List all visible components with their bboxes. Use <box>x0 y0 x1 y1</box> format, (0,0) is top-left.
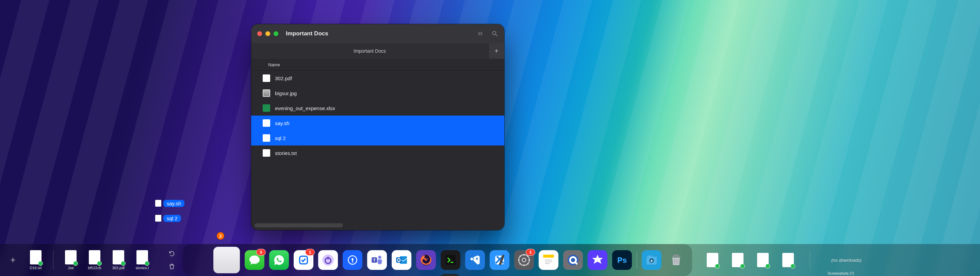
file-list: 302.pdfbigsur.jpgevening_out_expense.xls… <box>251 71 504 160</box>
plain-file-icon <box>263 134 270 142</box>
plain-file-icon <box>263 149 270 157</box>
dock-app-imovie[interactable] <box>588 250 608 270</box>
shelf-item-label: bf522cb <box>88 266 101 270</box>
column-header[interactable]: Name <box>251 59 504 71</box>
finder-window: Important Docs Important Docs + Name 302… <box>251 24 504 230</box>
titlebar[interactable]: Important Docs <box>251 24 504 43</box>
badge: 1 <box>305 249 315 255</box>
badge: 5 <box>256 249 266 255</box>
dock-app-teams[interactable]: T <box>367 250 387 270</box>
dock-folder-downloads[interactable] <box>642 250 662 270</box>
divider <box>810 251 810 270</box>
svg-point-21 <box>519 255 530 265</box>
shelf-item-label: Joe <box>68 266 74 270</box>
plain-file-icon <box>155 215 161 222</box>
screenshot-thumb <box>757 253 769 267</box>
window-title: Important Docs <box>286 30 328 37</box>
plain-file-icon <box>155 200 161 207</box>
zoom-button[interactable] <box>274 31 278 36</box>
file-name: 302.pdf <box>275 75 292 81</box>
dock-app-vscode[interactable] <box>465 250 485 270</box>
file-row[interactable]: stories.txt <box>251 146 504 160</box>
xls-file-icon <box>263 104 270 112</box>
stack-screenshot[interactable] <box>778 253 798 267</box>
dock-app-whatsapp[interactable] <box>269 250 289 270</box>
shelf-item[interactable]: stories.t <box>130 250 154 270</box>
stack-screenshot[interactable] <box>702 253 723 267</box>
bottom-panel: D16.txt Joe bf522cb 302.pdf stories.t 51… <box>0 244 980 276</box>
new-tab-button[interactable]: + <box>488 43 504 59</box>
shelf-item-label: 302.pdf <box>112 266 125 270</box>
svg-point-0 <box>492 31 496 35</box>
stack-screenshot[interactable] <box>727 253 748 267</box>
screenshot-thumb <box>707 253 718 267</box>
tab-important-docs[interactable]: Important Docs <box>251 43 488 59</box>
pdf-file-icon <box>263 75 270 82</box>
shelf-item-label: stories.t <box>136 266 149 270</box>
dock-app-iterm[interactable] <box>441 250 460 270</box>
svg-point-12 <box>378 255 382 259</box>
dock-app-outlook[interactable] <box>392 250 411 270</box>
undo-icon[interactable] <box>169 250 175 257</box>
stacks-area: (no downloads) <box>702 251 871 270</box>
dock-app-things[interactable]: 1 <box>294 250 313 270</box>
screenshot-thumb <box>782 253 794 267</box>
screenshot-thumb <box>732 253 743 267</box>
dock-app-settings[interactable]: 1 <box>514 250 534 270</box>
file-name: bigsur.jpg <box>275 90 297 96</box>
drag-ghost[interactable]: sql 2 <box>155 214 181 222</box>
dock-app-messages[interactable]: 5 <box>245 250 264 270</box>
shelf-item[interactable]: D16.txt <box>24 250 48 270</box>
drag-ghost-label: say.sh <box>163 200 185 207</box>
dock-app-launchpad[interactable] <box>213 247 240 273</box>
tab-bar: Important Docs + <box>251 43 504 59</box>
file-row[interactable]: 302.pdf <box>251 71 504 86</box>
dock-app-onepw[interactable] <box>343 250 363 270</box>
minimize-button[interactable] <box>266 31 270 36</box>
dock-app-quicktime[interactable] <box>563 250 583 270</box>
dock-app-xcode[interactable] <box>490 250 509 270</box>
file-row[interactable]: evening_out_expense.xlsx <box>251 101 504 116</box>
overflow-icon[interactable] <box>477 30 484 37</box>
shelf-item[interactable]: bf522cb <box>83 250 107 270</box>
dock-app-toggl[interactable] <box>318 250 338 270</box>
image-file-icon <box>263 89 270 97</box>
dock-app-finder[interactable] <box>440 274 460 276</box>
svg-point-20 <box>522 258 526 262</box>
svg-point-8 <box>352 258 353 260</box>
svg-rect-23 <box>543 255 554 258</box>
stacks-label: Screenshots (7) <box>827 271 854 275</box>
shelf-item[interactable]: 302.pdf <box>107 250 130 270</box>
file-name: stories.txt <box>275 150 297 156</box>
svg-text:T: T <box>373 258 375 263</box>
dock-app-notes[interactable] <box>539 250 558 270</box>
badge: 1 <box>526 249 535 255</box>
file-name: sql 2 <box>275 135 286 141</box>
file-name: say.sh <box>275 121 289 126</box>
horizontal-scrollbar[interactable] <box>255 223 343 227</box>
drag-count-badge: 2 <box>217 232 224 240</box>
no-downloads-label: (no downloads) <box>831 258 862 263</box>
search-icon[interactable] <box>492 30 498 37</box>
file-row[interactable]: bigsur.jpg <box>251 86 504 101</box>
drag-ghost[interactable]: say.sh <box>155 199 185 207</box>
dock-app-ps[interactable]: Ps <box>612 250 632 270</box>
add-button[interactable] <box>10 257 16 263</box>
shelf-item[interactable]: Joe <box>59 250 83 270</box>
svg-point-5 <box>322 254 334 265</box>
close-button[interactable] <box>257 31 262 36</box>
dock-trash[interactable] <box>666 250 686 270</box>
file-row[interactable]: say.sh <box>251 116 504 130</box>
stack-screenshot[interactable] <box>753 253 773 267</box>
drag-ghost-label: sql 2 <box>163 215 181 222</box>
file-name: evening_out_expense.xlsx <box>275 105 335 111</box>
plain-file-icon <box>263 119 270 127</box>
trash-clear-icon[interactable] <box>169 263 175 270</box>
svg-rect-9 <box>352 260 353 263</box>
column-name: Name <box>268 62 280 67</box>
dock-app-firefox[interactable] <box>416 250 436 270</box>
file-row[interactable]: sql 2 <box>251 130 504 146</box>
shelf-item-label: D16.txt <box>30 266 42 270</box>
dock: 51T1Ps <box>183 244 692 276</box>
